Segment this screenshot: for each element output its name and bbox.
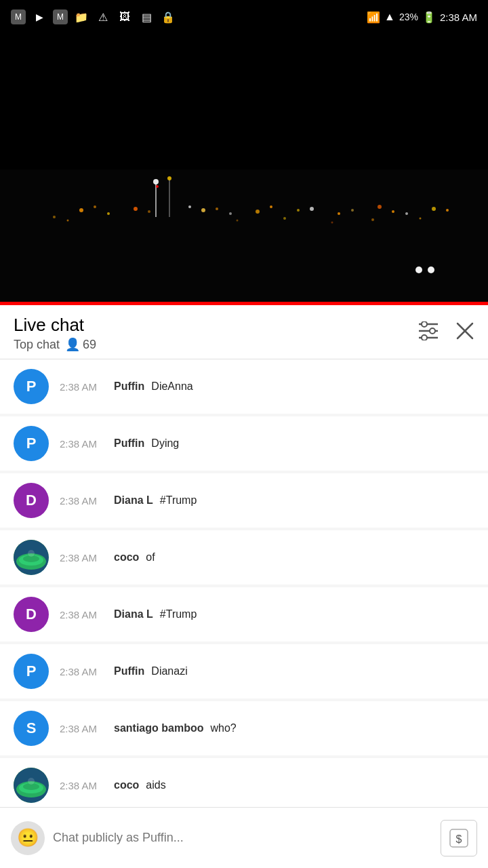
battery-percent: 23% (399, 12, 418, 22)
chat-message-2: P2:38 AMPuffinDying (0, 416, 488, 471)
svg-point-2 (79, 208, 83, 212)
chat-message-3: D2:38 AMDiana L#Trump (0, 473, 488, 528)
svg-point-31 (331, 222, 333, 224)
chat-message-1: P2:38 AMPuffinDieAnna (0, 359, 488, 414)
emoji-button[interactable]: 😐 (11, 821, 45, 855)
svg-point-41 (422, 335, 427, 340)
svg-point-25 (167, 176, 171, 180)
svg-point-15 (338, 212, 340, 215)
cityscape-svg (0, 34, 488, 305)
status-icons-right: 📶 ▲ 23% 🔋 2:38 AM (367, 11, 477, 24)
svg-point-20 (432, 207, 436, 211)
svg-point-6 (148, 210, 150, 213)
svg-point-29 (237, 220, 239, 222)
avatar (14, 768, 49, 803)
message-author: Diana L (114, 494, 153, 507)
svg-point-21 (446, 209, 449, 212)
person-icon: 👤 (65, 337, 80, 352)
viewer-number: 69 (83, 338, 96, 352)
avatar: P (14, 654, 49, 689)
live-chat-panel: Live chat Top chat 👤 69 (0, 305, 488, 807)
svg-point-5 (134, 207, 138, 211)
message-author: coco (114, 779, 139, 791)
chat-header-left: Live chat Top chat 👤 69 (14, 315, 96, 352)
video-content (0, 34, 488, 305)
svg-point-39 (422, 321, 427, 327)
signal-icon: ▲ (384, 11, 395, 23)
message-author: Diana L (114, 608, 153, 620)
message-author: Puffin (114, 380, 144, 393)
time-display: 2:38 AM (440, 12, 477, 23)
svg-point-33 (420, 218, 422, 220)
message-time: 2:38 AM (60, 552, 107, 564)
svg-point-4 (107, 212, 110, 215)
chat-input-area: 😐 $ (0, 807, 488, 868)
chat-message-5: D2:38 AMDiana L#Trump (0, 587, 488, 642)
chat-header: Live chat Top chat 👤 69 (0, 305, 488, 359)
message-time: 2:38 AM (60, 666, 107, 677)
svg-point-16 (351, 209, 354, 212)
chat-messages-list: P2:38 AMPuffinDieAnnaP2:38 AMPuffinDying… (0, 359, 488, 807)
icon-warning: ⚠ (95, 9, 111, 25)
top-chat-label: Top chat (14, 338, 60, 352)
chat-message-6: P2:38 AMPuffinDianazi (0, 644, 488, 698)
svg-point-26 (156, 185, 159, 188)
svg-point-3 (94, 205, 96, 208)
message-time: 2:38 AM (60, 438, 107, 450)
wifi-icon: 📶 (367, 11, 380, 24)
top-chat-row: Top chat 👤 69 (14, 337, 96, 352)
icon-lock: 🔒 (160, 9, 176, 25)
video-player[interactable] (0, 34, 488, 305)
svg-point-11 (256, 210, 260, 214)
message-text: #Trump (160, 608, 197, 620)
message-author: coco (114, 551, 139, 564)
viewer-count: 👤 69 (65, 337, 96, 352)
message-time: 2:38 AM (60, 723, 107, 734)
svg-point-9 (216, 208, 218, 210)
message-content: 2:38 AMcocoaids (60, 779, 474, 791)
message-content: 2:38 AMDiana L#Trump (60, 494, 474, 507)
message-author: santiago bamboo (114, 722, 203, 734)
message-content: 2:38 AMDiana L#Trump (60, 608, 474, 620)
svg-rect-1 (0, 170, 488, 305)
icon-calendar: ▤ (138, 9, 155, 25)
svg-point-32 (371, 218, 374, 221)
svg-point-40 (430, 328, 435, 334)
chat-message-4: 2:38 AMcocoof (0, 530, 488, 585)
message-content: 2:38 AMPuffinDianazi (60, 665, 474, 677)
svg-point-27 (53, 216, 56, 218)
avatar (14, 540, 49, 575)
svg-point-13 (297, 209, 300, 212)
status-bar: M ▶ M 📁 ⚠ 🖼 ▤ 🔒 📶 ▲ 23% 🔋 2:38 AM (0, 0, 488, 34)
svg-point-34 (415, 267, 422, 273)
icon-m1: M (11, 9, 26, 24)
message-text: who? (210, 722, 236, 734)
svg-point-14 (310, 207, 314, 211)
svg-point-53 (28, 778, 35, 785)
avatar: S (14, 711, 49, 746)
svg-point-7 (188, 205, 191, 208)
live-chat-title: Live chat (14, 315, 96, 336)
avatar: D (14, 483, 49, 518)
message-text: Dying (151, 437, 179, 450)
message-text: aids (146, 779, 165, 791)
avatar: P (14, 369, 49, 404)
svg-point-10 (229, 212, 232, 215)
svg-point-24 (153, 179, 159, 184)
message-content: 2:38 AMPuffinDieAnna (60, 380, 474, 393)
svg-point-19 (405, 212, 408, 215)
status-icons-left: M ▶ M 📁 ⚠ 🖼 ▤ 🔒 (11, 9, 176, 25)
svg-point-17 (378, 205, 382, 209)
battery-icon: 🔋 (422, 11, 436, 24)
message-author: Puffin (114, 665, 144, 677)
svg-point-48 (28, 550, 35, 557)
icon-m2: M (53, 9, 68, 24)
filter-button[interactable] (418, 321, 439, 345)
message-time: 2:38 AM (60, 780, 107, 791)
message-text: DieAnna (151, 380, 192, 393)
close-button[interactable] (455, 321, 474, 345)
chat-header-actions (418, 321, 474, 345)
send-button[interactable]: $ (441, 820, 477, 856)
message-text: of (146, 551, 155, 564)
chat-input[interactable] (53, 821, 432, 855)
